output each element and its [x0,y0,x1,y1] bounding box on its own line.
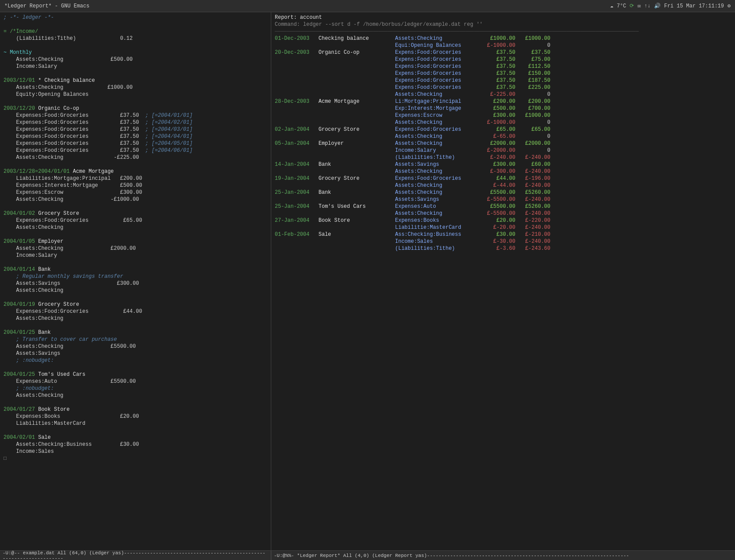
report-row-26: 27-Jan-2004Book StoreExpenses:Books£20.0… [271,217,735,224]
line-date-11: 2004/02/01 Sale [0,434,271,441]
report-row-28: 01-Feb-2004SaleAss:Checking:Business£30.… [271,231,735,238]
report-row-2: 20-Dec-2003Organic Co-opExpens:Food:Groc… [271,49,735,56]
line-empty-5 [0,161,271,168]
report-row-25: Assets:Checking£-5500.00£-240.00 [271,210,735,217]
line-groceries-5: Expenses:Food:Groceries £37.50 ; [=2004/… [0,140,271,147]
right-pane[interactable]: Report: account Command: ledger --sort d… [271,12,735,550]
report-command: Command: ledger --sort d -f /home/borbus… [271,21,735,28]
line-assets-checking-9: Assets:Checking [0,392,271,399]
report-row-13: 02-Jan-2004Grocery StoreExpens:Food:Groc… [271,126,735,133]
line-mortgage-principal: Liabilities:Mortgage:Principal £200.00 [0,175,271,182]
mail-icon[interactable]: ✉ [637,3,640,9]
line-income-salary: Income:Salary [0,252,271,259]
line-assets-checking-4: Assets:Checking [0,224,271,231]
line-escrow: Expenses:Escrow £300.00 [0,189,271,196]
line-date-8: 2004/01/25 Bank [0,329,271,336]
report-row-6: Expens:Food:Groceries£37.50£187.50 [271,77,735,84]
line-assets-checking-5: Assets:Checking £2000.00 [0,245,271,252]
report-row-21: Assets:Checking£-44.00£-240.00 [271,182,735,189]
line-mortgage-interest: Expenses:Interest:Mortgage £500.00 [0,182,271,189]
line-assets-checking-3: Assets:Checking -£1000.00 [0,196,271,203]
statusbar-left-text: -U:@-- example.dat All (64,0) (Ledger ya… [3,550,268,560]
report-row-29: Income:Sales£-30.00£-240.00 [271,238,735,245]
line-date-6: 2004/01/14 Bank [0,266,271,273]
report-row-17: (Liabilities:Tithe)£-240.00£-240.00 [271,154,735,161]
statusbar-left: -U:@-- example.dat All (64,0) (Ledger ya… [0,551,271,560]
report-row-20: 19-Jan-2004Grocery StoreExpens:Food:Groc… [271,175,735,182]
line-empty-12 [0,399,271,406]
report-separator: ────────────────────────────────────────… [271,28,735,35]
report-row-15: 05-Jan-2004EmployerAssets:Checking£2000.… [271,140,735,147]
line-savings: Assets:Savings £300.00 [0,280,271,287]
line-equity: Equity:Opening Balances [0,91,271,98]
line-car-comment: ; Transfer to cover car purchase [0,336,271,343]
line-savings-comment: ; Regular monthly savings transfer [0,273,271,280]
statusbar: -U:@-- example.dat All (64,0) (Ledger ya… [0,550,735,560]
line-empty-8 [0,259,271,266]
titlebar-controls: ☁ 7°C ⟳ ✉ ↑↓ 🔊 Fri 15 Mar 17:11:19 ⚙ [610,3,731,9]
left-pane[interactable]: ; -*- ledger -*- = /*Income/ (Liabilitie… [0,12,271,550]
line-books: Expenses:Books £20.00 [0,413,271,420]
datetime: Fri 15 Mar 17:11:19 [664,3,724,9]
settings-icon[interactable]: ⚙ [728,3,731,9]
line-assets-savings: Assets:Savings [0,350,271,357]
line-empty-10 [0,322,271,329]
line-mastercard: Liabilities:MasterCard [0,420,271,427]
line-assets-checking-monthly: Assets:Checking £500.00 [0,56,271,63]
report-entries: 01-Dec-2003Checking balanceAssets:Checki… [271,35,735,252]
titlebar: *Ledger Report* - GNU Emacs ☁ 7°C ⟳ ✉ ↑↓… [0,0,735,12]
line-assets-checking-2: Assets:Checking -£225.00 [0,154,271,161]
report-row-19: Assets:Checking£-300.00£-240.00 [271,168,735,175]
line-nobudget-1: ; :nobudget: [0,357,271,364]
network-icon: ↑↓ [644,3,651,9]
line-nobudget-2: ; :nobudget: [0,385,271,392]
report-row-30: (Liabilities:Tithe)£-3.60£-243.60 [271,245,735,252]
weather-icon: ☁ [610,3,613,9]
line-assets-checking-7: Assets:Checking [0,315,271,322]
report-row-3: Expens:Food:Groceries£37.50£75.00 [271,56,735,63]
statusbar-right-text: -U:@%%- *Ledger Report* All (4,0) (Ledge… [274,553,629,558]
line-empty-1 [0,21,271,28]
line-empty-9 [0,294,271,301]
line-groceries-4: Expenses:Food:Groceries £37.50 ; [=2004/… [0,133,271,140]
line-groceries-8: Expenses:Food:Groceries £44.00 [0,308,271,315]
report-row-9: 28-Dec-2003Acme MortgageLi:Mortgage:Prin… [271,98,735,105]
line-income-rule: = /*Income/ [0,28,271,35]
line-assets-checking-8: Assets:Checking £5500.00 [0,343,271,350]
report-row-11: Expenses:Escrow£300.00£1000.00 [271,112,735,119]
report-title: Report: account [271,14,735,21]
refresh-icon[interactable]: ⟳ [630,3,634,9]
line-checking-business: Assets:Checking:Business £30.00 [0,441,271,448]
report-row-4: Expens:Food:Groceries£37.50£112.50 [271,63,735,70]
line-assets-checking-6: Assets:Checking [0,287,271,294]
line-income-salary-monthly: Income:Salary [0,63,271,70]
line-empty-13 [0,427,271,434]
line-date-2: 2003/12/20 Organic Co-op [0,105,271,112]
line-comment-1: ; -*- ledger -*- [0,14,271,21]
line-monthly: ~ Monthly [0,49,271,56]
line-empty-2 [0,42,271,49]
line-groceries-7: Expenses:Food:Groceries £65.00 [0,217,271,224]
report-row-12: Assets:Checking£-1000.000 [271,119,735,126]
report-row-10: Exp:Interest:Mortgage£500.00£700.00 [271,105,735,112]
report-row-7: Expens:Food:Groceries£37.50£225.00 [271,84,735,91]
line-income-sales: Income:Sales [0,448,271,455]
line-tithe: (Liabilities:Tithe) 0.12 [0,35,271,42]
report-row-27: Liabilitie:MasterCard£-20.00£-240.00 [271,224,735,231]
line-date-1: 2003/12/01 * Checking balance [0,77,271,84]
line-date-3: 2003/12/28=2004/01/01 Acme Mortgage [0,168,271,175]
volume-icon[interactable]: 🔊 [654,3,661,9]
line-groceries-3: Expenses:Food:Groceries £37.50 ; [=2004/… [0,126,271,133]
report-row-8: Assets:Checking£-225.000 [271,91,735,98]
line-date-9: 2004/01/25 Tom's Used Cars [0,371,271,378]
line-groceries-2: Expenses:Food:Groceries £37.50 ; [=2004/… [0,119,271,126]
line-auto: Expenses:Auto £5500.00 [0,378,271,385]
line-date-7: 2004/01/19 Grocery Store [0,301,271,308]
statusbar-right: -U:@%%- *Ledger Report* All (4,0) (Ledge… [271,551,632,560]
line-empty-6 [0,203,271,210]
line-date-4: 2004/01/02 Grocery Store [0,210,271,217]
titlebar-title: *Ledger Report* - GNU Emacs [4,3,89,9]
line-date-10: 2004/01/27 Book Store [0,406,271,413]
line-date-5: 2004/01/05 Employer [0,238,271,245]
main-area: ; -*- ledger -*- = /*Income/ (Liabilitie… [0,12,735,550]
